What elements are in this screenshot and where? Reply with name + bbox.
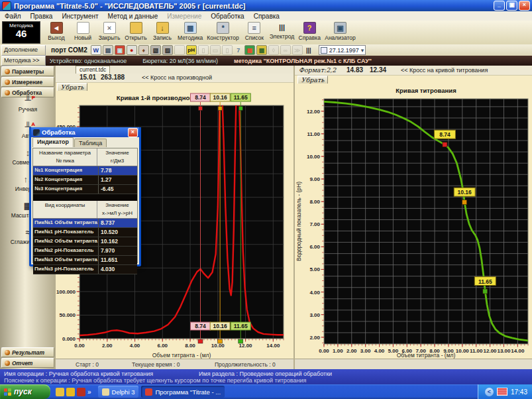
- toolbar-button-help-book[interactable]: ?Справка: [296, 21, 323, 44]
- windows-logo-icon: [4, 388, 11, 396]
- tray-chevron-icon[interactable]: <: [485, 388, 494, 396]
- printer-icon[interactable]: ▤: [103, 45, 113, 55]
- toolbar-button-electrode[interactable]: |||Электрод: [268, 21, 296, 44]
- menu-item-справка[interactable]: Справка: [249, 13, 284, 20]
- sidebar-item-результат[interactable]: Результат: [1, 347, 54, 357]
- word-icon[interactable]: W: [91, 45, 101, 55]
- toolbar-button-save-folder[interactable]: ↓Запись: [149, 21, 176, 44]
- dopolnenie-button[interactable]: Дополнение >>: [1, 45, 46, 56]
- toolbar-button-constructor[interactable]: *Конструктор: [205, 21, 240, 44]
- svg-text:6.00: 6.00: [157, 343, 168, 349]
- task-button-программа-titrate-[interactable]: Программа "Titrate - ...: [141, 386, 225, 398]
- svg-text:Кривая 1-й производной: Кривая 1-й производной: [117, 94, 193, 101]
- sidebar-item-измерение[interactable]: Измерение: [1, 77, 54, 87]
- toolbar-button-label: Анализатор: [325, 34, 356, 41]
- grid-green-icon[interactable]: ▩: [244, 45, 255, 55]
- dialog-title-bar[interactable]: Обработка ×: [31, 127, 139, 137]
- svg-text:0.00: 0.00: [319, 348, 329, 354]
- grid-yellow-icon[interactable]: ▩: [256, 45, 267, 55]
- minimize-button[interactable]: _: [494, 1, 505, 11]
- task-buttons: Delphi 3Программа "Titrate - ...: [95, 386, 225, 398]
- processing-dialog[interactable]: Обработка × ИндикаторТаблица Название па…: [29, 127, 141, 266]
- menu-item-инструмент[interactable]: Инструмент: [57, 13, 103, 20]
- titration-chart[interactable]: 0.001.002.003.004.005.006.007.008.009.00…: [295, 84, 532, 359]
- record-icon[interactable]: ●: [127, 45, 137, 55]
- eraser-icon: ◊: [268, 45, 279, 55]
- tab-current-tdc[interactable]: current.tdc: [76, 66, 110, 74]
- column-header: Название параметра№ пика: [33, 148, 97, 166]
- camera-icon[interactable]: ▧: [150, 45, 161, 55]
- column-header: Вид координаты: [33, 201, 97, 218]
- toolbar-button-new-page[interactable]: Новый: [70, 21, 96, 44]
- date-picker[interactable]: 27.12.1997 ▾: [319, 45, 366, 55]
- svg-text:9.00: 9.00: [309, 176, 320, 182]
- exit-icon: ◄: [50, 22, 63, 34]
- camera2-icon[interactable]: ▨: [162, 45, 173, 55]
- language-indicator-icon[interactable]: [497, 388, 507, 396]
- menu-item-обработка[interactable]: Обработка: [206, 13, 248, 20]
- user-icon[interactable]: ♦: [138, 45, 149, 55]
- table-row[interactable]: №3 Концентрация-6.45: [33, 185, 137, 194]
- desktop-icon[interactable]: [56, 388, 64, 396]
- table-row[interactable]: Пик№2 рН-Показатель7.970: [33, 247, 137, 256]
- sidebar-tool-label: Ручная: [19, 106, 37, 113]
- table-row[interactable]: Пик№3 рН-Показатель4.030: [33, 265, 137, 274]
- row-value: 8.737: [99, 219, 137, 227]
- ph-button[interactable]: pH: [186, 45, 197, 55]
- toolbar-button-exit[interactable]: ◄Выход: [43, 21, 70, 44]
- sidebar-item-параметры[interactable]: Параметры: [1, 66, 54, 76]
- date-checkbox-icon[interactable]: [321, 47, 327, 54]
- svg-text:Объем титранта - (мл): Объем титранта - (мл): [152, 352, 211, 359]
- app-icon: [2, 1, 11, 11]
- title-bar[interactable]: Программа "Titrate-5.0" - "ИССЛЕДОВАТЕЛЬ…: [0, 0, 532, 11]
- table-row[interactable]: Пик№1 Объём титранта8.737: [33, 219, 137, 228]
- burette-label: Бюретка: 20 мЛ(36 мл/мин): [142, 58, 218, 64]
- table-row[interactable]: Пик№2 Объём титранта10.162: [33, 237, 137, 247]
- dialog-close-button[interactable]: ×: [128, 128, 138, 137]
- player-icon[interactable]: [77, 388, 85, 396]
- toolbar-button-analyzer[interactable]: ▣Анализатор: [323, 21, 358, 44]
- toolbar-button-open-folder[interactable]: Открыть: [123, 21, 149, 44]
- sphere-icon: [5, 350, 10, 355]
- table-row[interactable]: Пик№3 Объём титранта11.651: [33, 256, 137, 265]
- toolbar-button-method[interactable]: ▦Методика: [176, 21, 205, 44]
- start-button[interactable]: пуск: [0, 384, 50, 399]
- burette-icon[interactable]: |||: [304, 46, 313, 54]
- chevron-down-icon[interactable]: ▾: [361, 47, 364, 54]
- save-folder-icon: ↓: [156, 22, 169, 34]
- svg-text:10.00: 10.00: [456, 348, 470, 354]
- com-port-label: порт COM2: [51, 46, 87, 54]
- close-page-icon: ×: [103, 22, 116, 34]
- dialog-tab-индикатор[interactable]: Индикатор: [32, 137, 74, 147]
- table-row[interactable]: №1 Концентрация7.78: [33, 166, 137, 176]
- svg-text:14.00: 14.00: [511, 348, 525, 354]
- task-label: Delphi 3: [112, 388, 135, 396]
- table-row[interactable]: №2 Концентрация1.27: [33, 176, 137, 185]
- column-header: Значениех->мЛ у->рН: [97, 201, 137, 218]
- task-button-delphi-3[interactable]: Delphi 3: [98, 386, 139, 398]
- svg-text:10.00: 10.00: [211, 343, 225, 349]
- metodika-button[interactable]: Методика >>: [1, 56, 46, 66]
- quick-launch-more[interactable]: »: [87, 388, 91, 396]
- sidebar-item-отчет[interactable]: Отчет: [1, 358, 54, 368]
- menu-item-правка[interactable]: Правка: [26, 13, 58, 20]
- row-name: №2 Концентрация: [33, 176, 99, 184]
- seven-icon[interactable]: 7: [234, 46, 243, 54]
- folder-icon[interactable]: [66, 388, 75, 396]
- toolbar-button-list[interactable]: ≡Список: [241, 21, 268, 44]
- method-bar: Методика >> Устройство: одноканальное Бю…: [0, 56, 532, 66]
- dialog-tab-таблица[interactable]: Таблица: [74, 139, 107, 147]
- display-icon[interactable]: ▣: [115, 45, 125, 55]
- svg-text:3.00: 3.00: [360, 348, 371, 354]
- menu-item-файл[interactable]: Файл: [0, 13, 26, 20]
- close-button[interactable]: ×: [519, 1, 530, 11]
- toolbar-button-close-page[interactable]: ×Закрыть: [96, 21, 123, 44]
- main-area: ПараметрыИзмерениеОбработка ╨PРучная╨AАв…: [0, 66, 532, 369]
- table-gap: [33, 194, 137, 201]
- sidebar-tool-ручная[interactable]: ╨PРучная: [19, 95, 37, 113]
- menu-item-метод-и-данные[interactable]: Метод и данные: [103, 13, 163, 20]
- table-row[interactable]: Пик№1 рН-Показатель10.520: [33, 228, 137, 237]
- restore-button[interactable]: ▣: [506, 1, 517, 11]
- row-value: 7.970: [99, 247, 137, 255]
- toolbar-button-label: Методика: [178, 34, 203, 41]
